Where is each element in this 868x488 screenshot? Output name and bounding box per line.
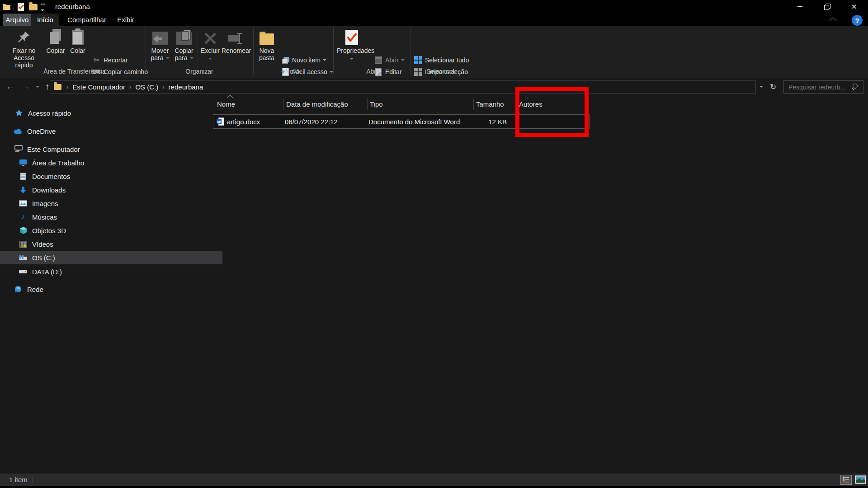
open-button[interactable]: Abrir: [374, 55, 405, 65]
button-separator: [198, 29, 198, 71]
sidebar-item-3d-objects[interactable]: Objetos 3D: [0, 224, 222, 237]
properties-button[interactable]: Propriedades: [337, 27, 367, 65]
file-modified-date: 06/07/2020 22:12: [285, 118, 368, 126]
qat-customize-dropdown[interactable]: [41, 4, 45, 14]
chevron-down-icon: [36, 86, 39, 88]
dropdown-caret-icon: [208, 58, 212, 60]
select-all-icon: [414, 56, 422, 64]
sidebar-item-music[interactable]: ♪ Músicas: [0, 210, 222, 224]
music-note-icon: ♪: [19, 212, 28, 221]
delete-button[interactable]: Excluir: [200, 27, 220, 65]
recent-locations-dropdown[interactable]: [33, 78, 42, 96]
rename-button[interactable]: Renomear: [222, 27, 250, 65]
search-icon[interactable]: [851, 83, 860, 92]
sidebar-item-label: Músicas: [32, 213, 57, 221]
column-header-tipo[interactable]: Tipo: [370, 97, 469, 111]
tab-exibir[interactable]: Exibir: [115, 14, 137, 26]
paste-button[interactable]: Colar: [68, 27, 88, 65]
button-label: Recortar: [104, 56, 128, 64]
thumbnail-view-button[interactable]: [855, 475, 866, 484]
file-name: artigo.docx: [227, 118, 285, 126]
button-label: pasta: [256, 54, 277, 61]
tab-arquivo[interactable]: Arquivo: [3, 14, 31, 26]
dropdown-caret-icon: [323, 59, 326, 61]
sidebar-item-onedrive[interactable]: OneDrive: [0, 124, 217, 138]
group-separator: [253, 27, 254, 75]
tab-compartilhar[interactable]: Compartilhar: [66, 14, 108, 26]
help-button[interactable]: ?: [852, 15, 863, 26]
column-header-data[interactable]: Data de modificação: [286, 97, 363, 111]
sidebar-item-documents[interactable]: Documentos: [0, 169, 222, 183]
sidebar-item-network[interactable]: Rede: [0, 282, 217, 296]
button-label: Nova: [256, 47, 277, 54]
download-arrow-icon: [19, 185, 28, 194]
pushpin-icon: [5, 27, 43, 45]
new-item-icon: [281, 56, 289, 64]
address-dropdown-button[interactable]: [757, 78, 766, 96]
sidebar-item-this-pc[interactable]: Este Computador: [0, 142, 217, 156]
forward-button[interactable]: →: [19, 78, 33, 96]
new-folder-button[interactable]: Nova pasta: [256, 27, 277, 65]
column-separator[interactable]: [473, 99, 474, 110]
button-label: Excluir: [200, 47, 220, 54]
tab-label: Início: [37, 16, 53, 23]
move-to-button[interactable]: Mover para: [149, 27, 171, 65]
sidebar-item-label: Objetos 3D: [32, 227, 66, 235]
search-box[interactable]: [783, 80, 863, 94]
button-label: Abrir: [385, 56, 399, 64]
file-explorer-window: redeurbana ✕ Arquivo Início Compartilhar…: [0, 0, 868, 488]
computer-icon: [14, 145, 23, 154]
button-label: Novo item: [292, 56, 321, 64]
breadcrumb-item-os-c[interactable]: OS (C:): [135, 83, 158, 91]
column-separator[interactable]: [367, 99, 368, 110]
sidebar-item-pictures[interactable]: Imagens: [0, 197, 222, 210]
column-separator[interactable]: [283, 99, 284, 110]
sidebar-item-data-d[interactable]: DATA (D:): [0, 265, 222, 278]
button-label: Colar: [68, 47, 88, 54]
cut-button[interactable]: ✂ Recortar: [93, 55, 128, 65]
sidebar-item-label: Downloads: [32, 186, 66, 194]
button-label: Renomear: [222, 47, 250, 54]
copy-to-button[interactable]: Copiar para: [173, 27, 195, 65]
new-item-button[interactable]: Novo item: [281, 55, 326, 65]
breadcrumb-item-este-computador[interactable]: Este Computador: [72, 83, 125, 91]
qat-new-folder-button[interactable]: [29, 3, 39, 11]
button-label: Mover: [149, 47, 171, 54]
titlebar-separator: [50, 3, 50, 11]
qat-properties-button[interactable]: [17, 2, 27, 11]
properties-icon: [337, 27, 367, 45]
address-bar[interactable]: › Este Computador › OS (C:) › redeurbana: [50, 80, 756, 94]
chevron-down-icon: [760, 86, 763, 88]
search-input[interactable]: [784, 84, 851, 91]
button-label: para: [151, 54, 163, 61]
details-view-button[interactable]: [840, 475, 852, 485]
back-button[interactable]: ←: [4, 78, 17, 96]
column-header-tamanho[interactable]: Tamanho: [476, 97, 513, 111]
refresh-button[interactable]: ↻: [767, 78, 779, 96]
tab-inicio[interactable]: Início: [31, 14, 59, 26]
sidebar-item-os-c[interactable]: OS (C:): [0, 251, 222, 264]
location-folder-icon: [54, 84, 61, 90]
file-size: 12 KB: [472, 118, 507, 126]
sidebar-item-videos[interactable]: Vídeos: [0, 237, 222, 251]
restore-button[interactable]: [816, 0, 837, 14]
sidebar-item-label: Rede: [27, 286, 43, 293]
tab-label: Arquivo: [6, 16, 29, 23]
details-view-icon: [843, 477, 849, 483]
sidebar-item-desktop[interactable]: Área de Trabalho: [0, 156, 222, 169]
scissors-icon: ✂: [93, 56, 101, 64]
column-header-nome[interactable]: Nome: [217, 97, 280, 111]
column-header-label: Tamanho: [476, 100, 504, 108]
group-separator: [410, 27, 410, 75]
copy-button[interactable]: Copiar: [45, 27, 66, 65]
collapse-ribbon-chevron-up-icon[interactable]: [830, 17, 836, 24]
film-icon: [19, 239, 28, 249]
sidebar-item-downloads[interactable]: Downloads: [0, 183, 222, 197]
sidebar-item-quick-access[interactable]: Acesso rápido: [0, 106, 218, 120]
close-button[interactable]: ✕: [844, 0, 864, 14]
select-all-button[interactable]: Selecionar tudo: [414, 55, 469, 65]
column-header-label: Nome: [217, 100, 235, 108]
minimize-button[interactable]: [789, 0, 810, 14]
pin-quick-access-button[interactable]: Fixar no Acesso rápido: [5, 27, 43, 65]
breadcrumb-item-redeurbana[interactable]: redeurbana: [169, 83, 203, 91]
